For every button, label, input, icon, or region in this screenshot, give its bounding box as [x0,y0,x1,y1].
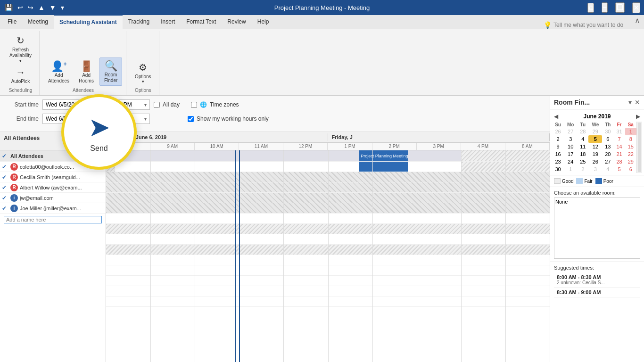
undo-button[interactable]: ↩ [17,3,24,12]
cal-6[interactable]: 6 [602,135,613,143]
cal-16[interactable]: 16 [552,150,564,158]
ribbon-collapse-button[interactable]: ∧ [635,16,640,25]
add-attendees-button[interactable]: 👤+ AddAttendees [44,58,73,86]
cal-30[interactable]: 30 [552,165,564,173]
cal-9[interactable]: 9 [552,143,564,150]
add-name-row [0,214,106,226]
cal-30-prev[interactable]: 30 [602,128,613,135]
cal-29[interactable]: 29 [625,158,636,165]
attendee-list: ✔ All Attendees ✔ R coletta00@outlook.co… [0,150,106,362]
cal-28[interactable]: 28 [613,158,625,165]
attendee-row-1[interactable]: ✔ R coletta00@outlook.co... [0,162,106,172]
cal-2[interactable]: 2 [552,135,564,143]
meeting-block-summary: Project Planning Meeting [359,150,408,161]
window-title: Project Planning Meeting - Meeting [274,4,370,11]
save-button[interactable]: 💾 [4,3,14,12]
cal-1-jun[interactable]: 1 [625,128,636,135]
ribbon-content: ↻ RefreshAvailability ▾ → AutoPick Sched… [0,29,644,95]
refresh-availability-button[interactable]: ↻ RefreshAvailability ▾ [6,33,35,65]
tell-me-input[interactable] [553,22,638,28]
attendee-row-3[interactable]: ✔ R Albert Willow (aw@exam... [0,182,106,193]
room-finder-dropdown-button[interactable]: ▾ [628,99,632,106]
prev-month-button[interactable]: ◀ [554,113,558,120]
show-working-hours-checkbox[interactable] [188,116,194,122]
close-button[interactable]: ✕ [632,2,640,13]
cal-24[interactable]: 24 [564,158,577,165]
cal-27[interactable]: 27 [602,158,613,165]
next-month-button[interactable]: ▶ [636,113,640,120]
cal-26[interactable]: 26 [588,158,602,165]
cal-8[interactable]: 8 [625,135,636,143]
cal-5-next[interactable]: 5 [613,165,625,173]
cal-31-prev[interactable]: 31 [613,128,625,135]
options-button[interactable]: ⚙ Options ▾ [131,60,155,86]
cal-25[interactable]: 25 [577,158,588,165]
tab-meeting[interactable]: Meeting [22,15,54,29]
maximize-button[interactable]: ⧉ [587,3,594,13]
cal-1-next[interactable]: 1 [564,165,577,173]
time-zones-checkbox-group: 🌐 Time zones [191,101,239,108]
cal-20[interactable]: 20 [602,150,613,158]
tab-format-text[interactable]: Format Text [181,15,222,29]
cal-4-next[interactable]: 4 [602,165,613,173]
start-date-input[interactable]: Wed 6/5/2019 📅 [42,99,104,110]
move-down-button[interactable]: ▼ [49,3,57,12]
suggested-item-2[interactable]: 8:30 AM - 9:00 AM [554,288,640,297]
cal-13[interactable]: 13 [602,143,613,150]
suggested-time-1: 8:00 AM - 8:30 AM [557,274,637,280]
cal-6-next[interactable]: 6 [625,165,636,173]
cal-7[interactable]: 7 [613,135,625,143]
cal-3-next[interactable]: 3 [588,165,602,173]
empty-row-5 [106,255,550,265]
attendee-row-5[interactable]: ✔ i Joe Miller (jmiller@exam... [0,203,106,214]
cal-21[interactable]: 21 [613,150,625,158]
cal-28-prev[interactable]: 28 [577,128,588,135]
attendee-row-4[interactable]: ✔ i jw@email.com [0,193,106,203]
cal-19[interactable]: 19 [588,150,602,158]
redo-button[interactable]: ↪ [27,3,34,12]
suggested-item-1[interactable]: 8:00 AM - 8:30 AM 2 unknown: Cecilia S..… [554,272,640,288]
cal-22[interactable]: 22 [625,150,636,158]
room-listbox[interactable]: None [554,197,640,259]
end-date-input[interactable]: Wed 6/5/2019 📅 [42,114,104,124]
cal-4[interactable]: 4 [577,135,588,143]
attendee-row-2[interactable]: ✔ R Cecilia Smith (seamguid... [0,172,106,182]
add-name-input[interactable] [4,216,102,223]
all-attendees-summary-row: ✔ All Attendees [0,150,106,162]
tab-review[interactable]: Review [222,15,251,29]
cal-2-next[interactable]: 2 [577,165,588,173]
more-button[interactable]: ▾ [60,3,65,12]
cal-18[interactable]: 18 [577,150,588,158]
all-day-checkbox[interactable] [154,102,160,108]
timeslot-2pm: 2 PM [372,143,417,150]
cal-11[interactable]: 11 [577,143,588,150]
cal-15[interactable]: 15 [625,143,636,150]
tab-file[interactable]: File [2,15,22,29]
tab-insert[interactable]: Insert [155,15,181,29]
room-finder-close-button[interactable]: ✕ [635,99,640,106]
add-rooms-button[interactable]: 🚪 AddRooms [75,58,98,86]
cal-17[interactable]: 17 [564,150,577,158]
tab-scheduling-assistant[interactable]: Scheduling Assistant [54,15,123,29]
move-up-button[interactable]: ▲ [37,3,46,12]
tab-help[interactable]: Help [252,15,275,29]
minimize-button[interactable]: − [602,2,608,13]
time-bar: 8 AM 9 AM 10 AM 11 AM 12 PM 1 PM 2 PM 3 … [106,143,550,150]
cal-26-prev[interactable]: 26 [552,128,564,135]
cal-3[interactable]: 3 [564,135,577,143]
restore-button[interactable]: ⧠ [615,2,625,13]
cal-27-prev[interactable]: 27 [564,128,577,135]
autopick-button[interactable]: → AutoPick [8,65,33,86]
cal-29-prev[interactable]: 29 [588,128,602,135]
cal-5-today[interactable]: 5 [588,135,602,143]
mini-cal-header: ◀ June 2019 ▶ [552,111,642,122]
cal-10[interactable]: 10 [564,143,577,150]
cal-23[interactable]: 23 [552,158,564,165]
tab-tracking[interactable]: Tracking [123,15,156,29]
cal-12[interactable]: 12 [588,143,602,150]
room-finder-button[interactable]: 🔍 RoomFinder [99,58,122,86]
cal-14[interactable]: 14 [613,143,625,150]
start-time-dropdown[interactable]: 3:30 PM ▾ [107,99,150,110]
end-time-dropdown[interactable]: 4:00 PM ▾ [107,114,150,124]
time-zones-checkbox[interactable] [191,102,197,108]
